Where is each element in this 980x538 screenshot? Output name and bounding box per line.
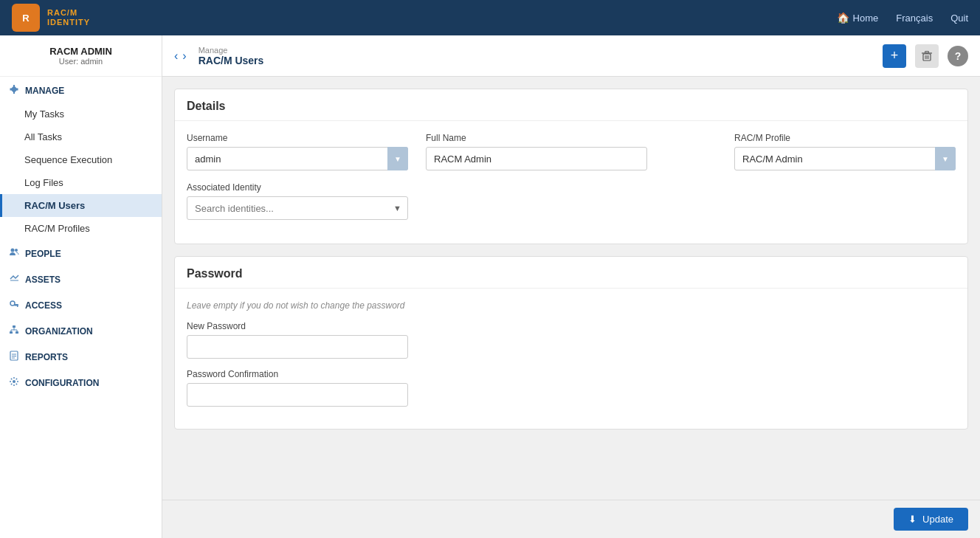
- svg-rect-9: [15, 331, 18, 334]
- manage-label: MANAGE: [25, 86, 64, 96]
- content-footer: ⬇ Update: [162, 500, 980, 538]
- home-link[interactable]: 🏠 Home: [837, 12, 879, 24]
- profile-select[interactable]: RAC/M Admin: [734, 147, 956, 170]
- reports-icon: [9, 351, 19, 363]
- svg-point-3: [15, 249, 18, 252]
- sidebar-item-log-files[interactable]: Log Files: [0, 171, 162, 194]
- svg-rect-6: [17, 306, 18, 307]
- confirm-password-group: Password Confirmation: [187, 369, 956, 407]
- username-group: Username admin ▼: [187, 133, 408, 170]
- delete-button[interactable]: [915, 44, 939, 68]
- profile-label: RAC/M Profile: [734, 133, 956, 143]
- quit-link[interactable]: Quit: [950, 13, 968, 24]
- identity-label: Associated Identity: [187, 182, 408, 193]
- nav-arrows: ‹ ›: [174, 49, 199, 63]
- breadcrumb: Manage RAC/M Users: [199, 46, 264, 66]
- sidebar-section-organization[interactable]: ORGANIZATION: [0, 317, 162, 343]
- password-card-header: Password: [175, 257, 967, 289]
- sidebar-section-assets[interactable]: ASSETS: [0, 266, 162, 292]
- username-select[interactable]: admin: [187, 147, 408, 170]
- update-button[interactable]: ⬇ Update: [894, 508, 968, 531]
- new-password-label: New Password: [187, 321, 956, 331]
- people-label: PEOPLE: [25, 249, 61, 259]
- nav-prev-arrow[interactable]: ‹: [174, 49, 178, 63]
- new-password-input[interactable]: [187, 335, 408, 359]
- password-hint: Leave empty if you do not wish to change…: [187, 300, 956, 311]
- top-navigation: R RAC/M IDENTITY 🏠 Home Français Quit: [0, 0, 980, 35]
- username-select-wrap: admin ▼: [187, 147, 408, 170]
- logo-area: R RAC/M IDENTITY: [12, 4, 90, 32]
- sidebar-section-manage[interactable]: MANAGE: [0, 77, 162, 103]
- confirm-password-label: Password Confirmation: [187, 369, 956, 379]
- svg-rect-8: [10, 331, 13, 334]
- details-card-header: Details: [175, 89, 967, 121]
- new-password-group: New Password: [187, 321, 956, 359]
- people-icon: [9, 247, 19, 260]
- profile-group: RAC/M Profile RAC/M Admin ▼: [734, 133, 956, 170]
- profile-select-wrap: RAC/M Admin ▼: [734, 147, 956, 170]
- logo-sub: IDENTITY: [47, 18, 90, 27]
- logo-name: RAC/M: [47, 8, 90, 18]
- fullname-input[interactable]: [426, 147, 647, 170]
- sidebar-item-sequence-execution[interactable]: Sequence Execution: [0, 148, 162, 171]
- username-label: Username: [187, 133, 408, 143]
- configuration-label: CONFIGURATION: [25, 378, 99, 388]
- configuration-icon: [9, 376, 19, 389]
- svg-text:R: R: [22, 13, 30, 24]
- access-label: ACCESS: [25, 300, 62, 311]
- password-card-body: Leave empty if you do not wish to change…: [175, 289, 967, 429]
- identity-dropdown-arrow[interactable]: ▼: [387, 204, 407, 213]
- sidebar-item-racm-users[interactable]: RAC/M Users: [0, 194, 162, 217]
- nav-next-arrow[interactable]: ›: [182, 49, 186, 63]
- sidebar-userrole: User: admin: [9, 57, 153, 66]
- password-card: Password Leave empty if you do not wish …: [174, 256, 968, 430]
- sidebar-item-racm-profiles[interactable]: RAC/M Profiles: [0, 217, 162, 240]
- confirm-password-input[interactable]: [187, 383, 408, 407]
- identity-search-wrap: ▼: [187, 196, 408, 220]
- svg-rect-7: [13, 325, 15, 328]
- svg-point-2: [11, 249, 15, 252]
- sidebar-item-my-tasks[interactable]: My Tasks: [0, 103, 162, 125]
- sidebar-user: RACM ADMIN User: admin: [0, 35, 162, 77]
- sidebar-section-people[interactable]: PEOPLE: [0, 240, 162, 266]
- assets-icon: [9, 273, 19, 286]
- reports-label: REPORTS: [25, 352, 68, 362]
- details-row-2: Associated Identity ▼: [187, 182, 956, 220]
- sidebar: RACM ADMIN User: admin MANAGE My Tasks A…: [0, 35, 162, 538]
- breadcrumb-title: RAC/M Users: [199, 55, 264, 66]
- manage-icon: [9, 84, 19, 97]
- add-button[interactable]: +: [883, 44, 906, 68]
- update-icon: ⬇: [908, 514, 917, 525]
- content-scroll: Details Username admin ▼: [162, 77, 980, 500]
- sidebar-scroll: MANAGE My Tasks All Tasks Sequence Execu…: [0, 77, 162, 538]
- sidebar-section-configuration[interactable]: CONFIGURATION: [0, 369, 162, 395]
- language-link[interactable]: Français: [896, 13, 933, 24]
- organization-icon: [9, 325, 19, 337]
- fullname-label: Full Name: [426, 133, 717, 143]
- help-button[interactable]: ?: [948, 46, 968, 66]
- organization-label: ORGANIZATION: [25, 326, 93, 337]
- access-icon: [9, 299, 19, 311]
- identity-group: Associated Identity ▼: [187, 182, 408, 220]
- sidebar-section-reports[interactable]: REPORTS: [0, 343, 162, 369]
- sidebar-item-all-tasks[interactable]: All Tasks: [0, 125, 162, 148]
- svg-point-18: [13, 380, 15, 383]
- logo-text: RAC/M IDENTITY: [47, 8, 90, 27]
- header-actions: + ?: [883, 44, 968, 68]
- identity-search-input[interactable]: [187, 199, 387, 218]
- details-card-body: Username admin ▼ Full Name: [175, 121, 967, 244]
- content-header: ‹ › Manage RAC/M Users +: [162, 35, 980, 77]
- details-card: Details Username admin ▼: [174, 89, 968, 244]
- home-icon: 🏠: [837, 12, 849, 24]
- details-row-1: Username admin ▼ Full Name: [187, 133, 956, 170]
- top-nav-links: 🏠 Home Français Quit: [837, 12, 968, 24]
- main-content: ‹ › Manage RAC/M Users +: [162, 35, 980, 538]
- sidebar-username: RACM ADMIN: [9, 46, 153, 57]
- assets-label: ASSETS: [25, 275, 61, 285]
- breadcrumb-manage: Manage: [199, 46, 264, 55]
- update-label: Update: [922, 514, 953, 525]
- svg-rect-24: [925, 51, 929, 52]
- logo-icon: R: [12, 4, 40, 32]
- sidebar-section-access[interactable]: ACCESS: [0, 292, 162, 317]
- fullname-group: Full Name: [426, 133, 717, 170]
